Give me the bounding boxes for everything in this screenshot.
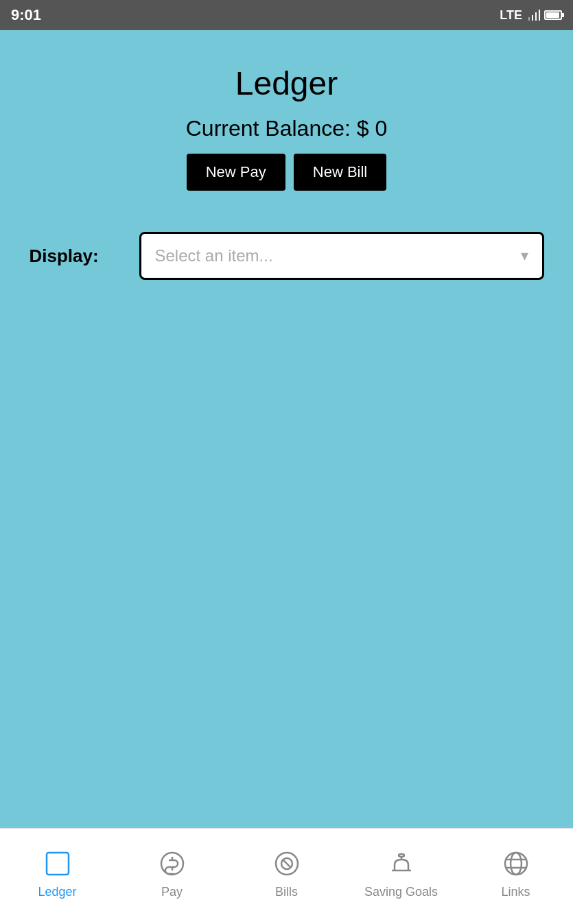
network-type: LTE: [500, 8, 522, 23]
nav-item-ledger[interactable]: Ledger: [16, 846, 99, 899]
signal-icon: [526, 10, 540, 21]
chevron-down-icon: ▾: [521, 247, 528, 265]
nav-label-ledger: Ledger: [38, 885, 76, 899]
svg-point-13: [505, 853, 527, 875]
action-buttons: New Pay New Bill: [187, 154, 387, 191]
balance-value: $ 0: [357, 116, 387, 141]
nav-label-pay: Pay: [161, 885, 183, 899]
balance-label: Current Balance:: [186, 116, 351, 141]
nav-label-links: Links: [501, 885, 530, 899]
main-content: Ledger Current Balance: $ 0 New Pay New …: [0, 30, 573, 828]
bottom-nav: Ledger Pay Bills: [0, 828, 573, 924]
svg-point-12: [399, 854, 404, 857]
nav-item-links[interactable]: Links: [475, 846, 557, 899]
nav-item-saving-goals[interactable]: Saving Goals: [360, 846, 443, 899]
page-title: Ledger: [235, 64, 338, 102]
saving-goals-icon: [384, 846, 419, 881]
display-label: Display:: [30, 246, 119, 267]
display-row: Display: Select an item... ▾: [30, 232, 544, 280]
nav-item-pay[interactable]: Pay: [131, 846, 213, 899]
svg-point-5: [161, 853, 183, 875]
svg-rect-4: [47, 853, 69, 875]
svg-marker-2: [532, 15, 533, 21]
svg-marker-3: [528, 17, 530, 21]
svg-point-14: [511, 853, 522, 875]
svg-line-9: [283, 860, 290, 867]
new-bill-button[interactable]: New Bill: [294, 154, 386, 191]
battery-icon: [544, 10, 562, 20]
display-select[interactable]: Select an item... ▾: [139, 232, 544, 280]
nav-label-bills: Bills: [275, 885, 298, 899]
ledger-icon: [40, 846, 75, 881]
links-icon: [499, 846, 533, 881]
pay-icon: [155, 846, 189, 881]
bills-icon: [270, 846, 304, 881]
nav-label-saving-goals: Saving Goals: [364, 885, 438, 899]
svg-marker-0: [539, 10, 540, 21]
svg-marker-1: [535, 12, 537, 21]
select-placeholder: Select an item...: [155, 246, 273, 265]
new-pay-button[interactable]: New Pay: [187, 154, 285, 191]
status-time: 9:01: [11, 6, 41, 24]
status-icons: LTE: [500, 8, 562, 23]
balance-display: Current Balance: $ 0: [186, 116, 388, 141]
nav-item-bills[interactable]: Bills: [246, 846, 328, 899]
status-bar: 9:01 LTE: [0, 0, 573, 30]
